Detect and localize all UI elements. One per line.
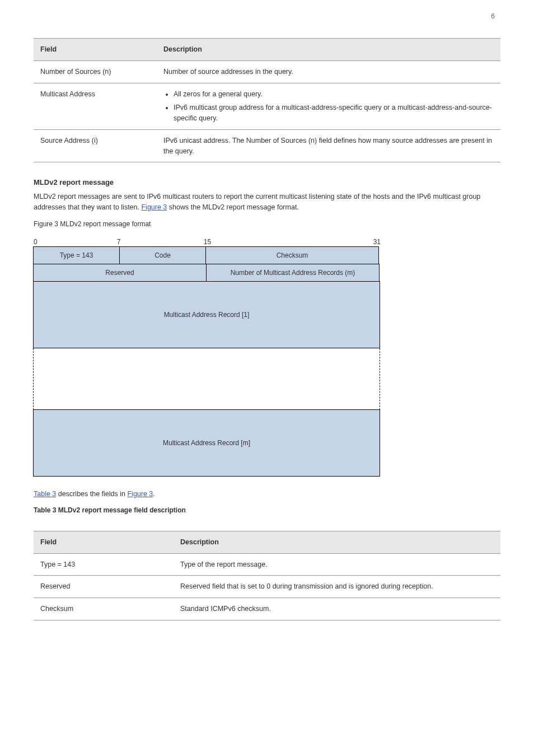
table-row: Reserved Reserved field that is set to 0… xyxy=(34,576,500,598)
col-header-field: Field xyxy=(34,531,174,553)
col-header-desc: Description xyxy=(157,39,500,61)
cell-field: Multicast Address xyxy=(34,83,157,129)
pkt-field-reserved: Reserved xyxy=(33,264,207,282)
cell-field: Number of Sources (n) xyxy=(34,60,157,83)
bit-marker: 31 xyxy=(373,237,381,247)
table-row: Number of Sources (n) Number of source a… xyxy=(34,60,500,83)
table-row: Source Address (i) IPv6 unicast address.… xyxy=(34,129,500,162)
figure-link[interactable]: Figure 3 xyxy=(141,203,167,211)
table-link[interactable]: Table 3 xyxy=(34,490,56,498)
figure-link[interactable]: Figure 3 xyxy=(127,490,153,498)
cell-desc: Reserved field that is set to 0 during t… xyxy=(174,576,500,598)
bit-marker: 7 xyxy=(117,237,121,247)
pkt-field-checksum: Checksum xyxy=(205,246,379,264)
cell-desc: Number of source addresses in the query. xyxy=(157,60,500,83)
cell-field: Checksum xyxy=(34,598,174,620)
text: shows the MLDv2 report message format. xyxy=(167,203,299,211)
col-header-field: Field xyxy=(34,39,157,61)
table-row: Type = 143 Type of the report message. xyxy=(34,553,500,576)
pkt-field-num-records: Number of Multicast Address Records (m) xyxy=(206,264,380,282)
pkt-field-record-1: Multicast Address Record [1] xyxy=(33,281,380,348)
bit-marker: 0 xyxy=(34,237,38,247)
cell-desc: All zeros for a general query. IPv6 mult… xyxy=(157,83,500,129)
cell-field: Reserved xyxy=(34,576,174,598)
table-row: Multicast Address All zeros for a genera… xyxy=(34,83,500,129)
pkt-field-type: Type = 143 xyxy=(33,246,120,264)
page-number: 6 xyxy=(491,11,495,21)
figure-label: Figure 3 MLDv2 report message format xyxy=(34,219,500,229)
cell-desc: IPv6 unicast address. The Number of Sour… xyxy=(157,129,500,162)
pkt-field-record-m: Multicast Address Record [m] xyxy=(33,409,380,477)
col-header-desc: Description xyxy=(174,531,500,553)
field-desc-table-2: Field Description Type = 143 Type of the… xyxy=(34,531,500,620)
pkt-field-code: Code xyxy=(119,246,206,264)
table-caption: Table 3 MLDv2 report message field descr… xyxy=(34,505,500,515)
text: describes the fields in xyxy=(56,490,127,498)
cell-desc: Standard ICMPv6 checksum. xyxy=(174,598,500,620)
section-heading: MLDv2 report message xyxy=(34,177,500,188)
body-paragraph: Table 3 describes the fields in Figure 3… xyxy=(34,489,500,500)
bit-marker: 15 xyxy=(204,237,211,247)
packet-diagram: 0 7 15 31 Type = 143 Code Checksum Reser… xyxy=(34,237,381,477)
cell-field: Type = 143 xyxy=(34,553,174,576)
cell-field: Source Address (i) xyxy=(34,129,157,162)
list-item: All zeros for a general query. xyxy=(174,89,494,100)
text: . xyxy=(153,490,154,498)
table-row: Checksum Standard ICMPv6 checksum. xyxy=(34,598,500,620)
body-paragraph: MLDv2 report messages are sent to IPv6 m… xyxy=(34,192,500,213)
pkt-gap-ellipsis xyxy=(33,348,380,410)
field-desc-table-1: Field Description Number of Sources (n) … xyxy=(34,38,500,162)
cell-desc: Type of the report message. xyxy=(174,553,500,576)
bit-scale: 0 7 15 31 xyxy=(34,237,381,247)
list-item: IPv6 multicast group address for a multi… xyxy=(174,102,494,124)
